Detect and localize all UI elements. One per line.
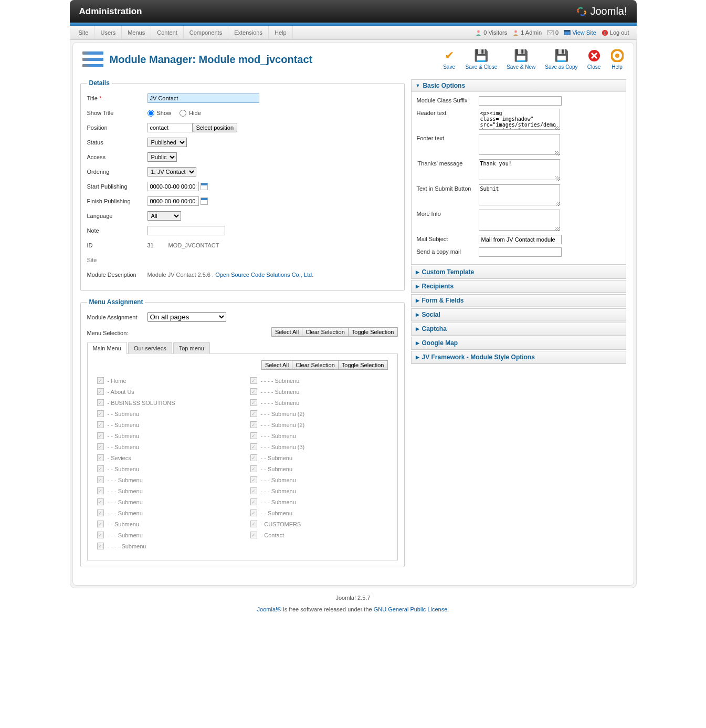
checkbox-icon[interactable]: ✓ [97,421,104,428]
checkbox-icon[interactable]: ✓ [97,454,104,461]
menu-item-help[interactable]: Help [269,26,293,39]
copy-mail-input[interactable] [479,247,562,257]
checkbox-icon[interactable]: ✓ [97,509,104,516]
save-new-button[interactable]: 💾Save & New [507,49,535,70]
checkbox-icon[interactable]: ✓ [250,454,257,461]
footer: Joomla! 2.5.7 Joomla!® is free software … [70,588,637,619]
language-label: Language [87,213,147,219]
menu-item-site[interactable]: Site [73,26,95,39]
position-input[interactable] [147,123,193,132]
menu-item-extensions[interactable]: Extensions [228,26,269,39]
checkbox-icon[interactable]: ✓ [97,399,104,406]
checkbox-icon[interactable]: ✓ [97,388,104,395]
submit-text-input[interactable]: Submit [479,184,560,205]
view-site-link[interactable]: View Site [564,29,596,36]
checkbox-icon[interactable]: ✓ [250,377,257,384]
hide-radio[interactable] [180,110,186,117]
tab-our-serviecs[interactable]: Our serviecs [128,342,172,354]
title-input[interactable] [147,93,259,103]
checkbox-icon[interactable]: ✓ [97,432,104,439]
calendar-icon[interactable] [201,197,208,205]
panel-header[interactable]: ▶Custom Template [412,266,626,278]
checkbox-icon[interactable]: ✓ [250,521,257,527]
menu-item-users[interactable]: Users [94,26,122,39]
checkbox-icon[interactable]: ✓ [97,377,104,384]
toggle-selection-button-inner[interactable]: Toggle Selection [338,360,388,370]
save-icon: ✔ [442,49,456,63]
show-radio[interactable] [147,110,154,117]
submit-text-label: Text in Submit Button [417,184,479,206]
menu-item-content[interactable]: Content [151,26,184,39]
panel-header[interactable]: ▶JV Framework - Module Style Options [412,351,626,363]
save-copy-button[interactable]: 💾Save as Copy [545,49,577,70]
close-button[interactable]: Close [587,49,601,70]
desc-link[interactable]: Open Source Code Solutions Co., Ltd. [215,272,313,278]
menu-selection-item: ✓- - - Submenu (2) [250,410,388,417]
finish-pub-input[interactable] [147,196,199,206]
thanks-input[interactable]: Thank you! [479,159,560,180]
checkbox-icon[interactable]: ✓ [97,476,104,483]
logout-link[interactable]: !Log out [602,29,629,36]
language-select[interactable]: All [147,211,181,221]
svg-rect-4 [564,30,570,31]
save-button[interactable]: ✔Save [442,49,456,70]
panel-header[interactable]: ▶Social [412,309,626,321]
select-all-button[interactable]: Select All [271,327,302,337]
panel-header[interactable]: ▶Form & Fields [412,295,626,307]
checkbox-icon[interactable]: ✓ [97,487,104,494]
note-input[interactable] [147,226,225,235]
mail-subject-input[interactable] [479,235,562,244]
checkbox-icon[interactable]: ✓ [97,521,104,527]
panel-header[interactable]: ▶Google Map [412,337,626,349]
checkbox-icon[interactable]: ✓ [250,410,257,417]
header-bar: Administration Joomla! [70,0,637,23]
header-text-input[interactable]: <p><img class="imgshadow" src="images/st… [479,109,560,130]
assignment-select[interactable]: On all pages [147,312,226,322]
messages-status[interactable]: 0 [547,29,559,36]
menu-item-components[interactable]: Components [184,26,228,39]
checkbox-icon[interactable]: ✓ [97,410,104,417]
more-info-input[interactable] [479,210,560,231]
checkbox-icon[interactable]: ✓ [250,487,257,494]
help-button[interactable]: Help [610,49,624,70]
toggle-selection-button[interactable]: Toggle Selection [348,327,398,337]
menu-selection-item: ✓- - - Submenu [97,487,235,494]
show-title-label: Show Title [87,110,147,116]
checkbox-icon[interactable]: ✓ [250,432,257,439]
checkbox-icon[interactable]: ✓ [250,476,257,483]
checkbox-icon[interactable]: ✓ [250,399,257,406]
save-close-button[interactable]: 💾Save & Close [466,49,498,70]
checkbox-icon[interactable]: ✓ [250,509,257,516]
checkbox-icon[interactable]: ✓ [250,498,257,505]
suffix-input[interactable] [479,96,562,106]
menu-item-menus[interactable]: Menus [122,26,151,39]
license-link[interactable]: GNU General Public License. [374,606,449,612]
clear-selection-button-inner[interactable]: Clear Selection [292,360,339,370]
tab-top-menu[interactable]: Top menu [173,342,210,354]
status-select[interactable]: Published [147,138,187,147]
main-menu: SiteUsersMenusContentComponentsExtension… [73,26,293,39]
clear-selection-button[interactable]: Clear Selection [302,327,349,337]
access-select[interactable]: Public [147,152,177,162]
select-all-button-inner[interactable]: Select All [261,360,292,370]
checkbox-icon[interactable]: ✓ [250,443,257,450]
basic-options-header[interactable]: ▼Basic Options [412,80,626,92]
checkbox-icon[interactable]: ✓ [97,543,104,549]
panel-header[interactable]: ▶Captcha [412,323,626,335]
checkbox-icon[interactable]: ✓ [97,465,104,472]
select-position-button[interactable]: Select position [193,123,238,132]
panel-header[interactable]: ▶Recipients [412,280,626,293]
footer-brand-link[interactable]: Joomla!® [257,606,282,612]
checkbox-icon[interactable]: ✓ [250,532,257,538]
checkbox-icon[interactable]: ✓ [97,443,104,450]
checkbox-icon[interactable]: ✓ [250,421,257,428]
tab-main-menu[interactable]: Main Menu [87,342,127,354]
calendar-icon[interactable] [201,183,208,190]
checkbox-icon[interactable]: ✓ [97,498,104,505]
checkbox-icon[interactable]: ✓ [250,465,257,472]
start-pub-input[interactable] [147,182,199,191]
checkbox-icon[interactable]: ✓ [97,532,104,538]
footer-text-input[interactable] [479,134,560,155]
ordering-select[interactable]: 1. JV Contact [147,167,196,176]
checkbox-icon[interactable]: ✓ [250,388,257,395]
